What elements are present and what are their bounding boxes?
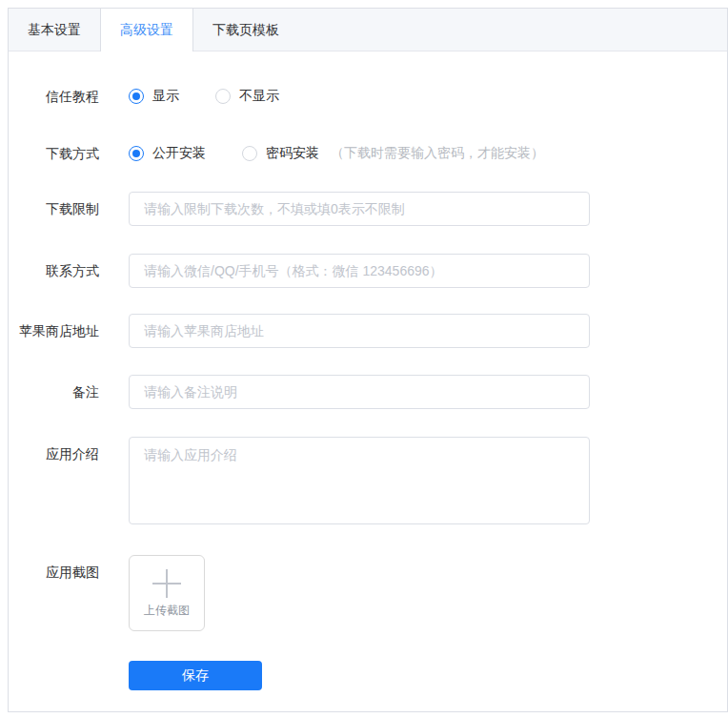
app-intro-control xyxy=(129,437,590,524)
trust-tutorial-label: 信任教程 xyxy=(9,87,99,106)
form-row-trust-tutorial: 信任教程 显示 不显示 xyxy=(9,87,727,106)
radio-unchecked-icon xyxy=(215,89,231,104)
download-limit-input[interactable] xyxy=(129,192,590,226)
radio-checked-icon xyxy=(129,89,144,104)
download-limit-label: 下载限制 xyxy=(9,199,99,218)
radio-show-label: 显示 xyxy=(152,88,179,105)
app-intro-textarea[interactable] xyxy=(129,437,590,524)
apple-store-input[interactable] xyxy=(129,314,590,348)
contact-input[interactable] xyxy=(129,254,590,288)
radio-public-install-label: 公开安装 xyxy=(152,145,206,162)
form-row-remark: 备注 xyxy=(9,375,727,409)
upload-screenshot-button[interactable]: 上传截图 xyxy=(129,555,205,631)
tab-advanced-settings[interactable]: 高级设置 xyxy=(100,9,193,51)
app-screenshot-label: 应用截图 xyxy=(9,563,99,582)
radio-checked-icon xyxy=(129,146,144,161)
download-method-radio-group: 公开安装 密码安装 （下载时需要输入密码，才能安装） xyxy=(129,145,544,162)
radio-password-install-label: 密码安装 xyxy=(266,145,319,162)
advanced-settings-panel: 信任教程 显示 不显示 下载方式 公开安装 xyxy=(9,51,727,690)
save-control: 保存 xyxy=(129,661,262,690)
remark-label: 备注 xyxy=(9,382,99,401)
radio-unchecked-icon xyxy=(242,146,257,161)
radio-hide[interactable]: 不显示 xyxy=(215,88,279,105)
save-button[interactable]: 保存 xyxy=(129,661,262,690)
tab-download-page-template[interactable]: 下载页模板 xyxy=(193,9,298,51)
form-row-apple-store: 苹果商店地址 xyxy=(9,314,727,348)
tabs-header: 基本设置 高级设置 下载页模板 xyxy=(9,9,727,51)
upload-screenshot-label: 上传截图 xyxy=(144,603,190,619)
apple-store-control xyxy=(129,314,590,348)
trust-tutorial-radio-group: 显示 不显示 xyxy=(129,88,315,105)
download-limit-control xyxy=(129,192,590,226)
settings-card: 基本设置 高级设置 下载页模板 信任教程 显示 不显示 下载方式 xyxy=(8,8,728,712)
app-intro-label: 应用介绍 xyxy=(9,444,99,463)
radio-show[interactable]: 显示 xyxy=(129,88,179,105)
contact-control xyxy=(129,254,590,288)
form-row-app-intro: 应用介绍 xyxy=(9,437,727,524)
form-row-download-limit: 下载限制 xyxy=(9,192,727,226)
radio-hide-label: 不显示 xyxy=(239,88,279,105)
apple-store-label: 苹果商店地址 xyxy=(9,321,99,340)
contact-label: 联系方式 xyxy=(9,261,99,280)
form-row-app-screenshot: 应用截图 上传截图 xyxy=(9,555,727,631)
form-row-save: 保存 xyxy=(9,661,727,690)
remark-input[interactable] xyxy=(129,375,590,409)
app-screenshot-control: 上传截图 xyxy=(129,555,205,631)
radio-password-install[interactable]: 密码安装 xyxy=(242,145,319,162)
tab-basic-settings[interactable]: 基本设置 xyxy=(9,9,100,51)
plus-icon xyxy=(152,569,181,598)
remark-control xyxy=(129,375,590,409)
form-row-contact: 联系方式 xyxy=(9,254,727,288)
password-install-note: （下载时需要输入密码，才能安装） xyxy=(331,145,544,162)
download-method-label: 下载方式 xyxy=(9,144,99,163)
radio-public-install[interactable]: 公开安装 xyxy=(129,145,206,162)
form-row-download-method: 下载方式 公开安装 密码安装 （下载时需要输入密码，才能安装） xyxy=(9,144,727,163)
